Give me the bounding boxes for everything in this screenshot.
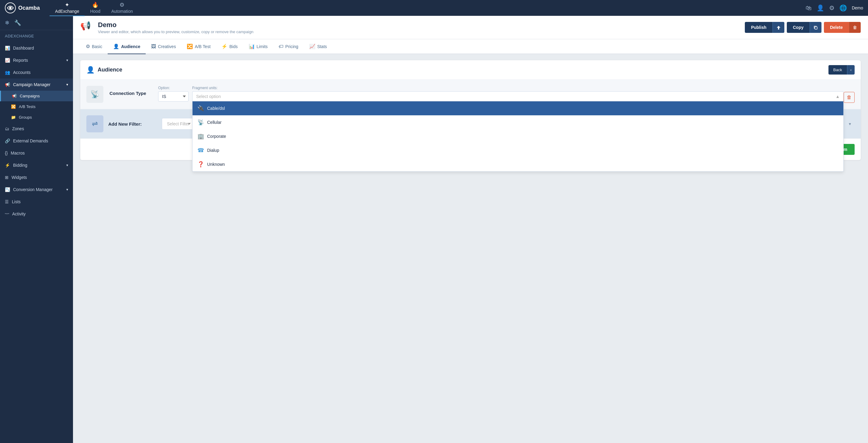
logo[interactable]: Ocamba <box>5 2 40 13</box>
sidebar-snowflake-icon[interactable]: ❄ <box>5 20 9 26</box>
unknown-icon: ❓ <box>197 161 204 168</box>
tab-stats[interactable]: 📈 Stats <box>304 39 333 54</box>
audience-card: 👤 Audience Back ‹ 📡 Connection Type <box>80 60 861 160</box>
filter-type-indicator: 📡 <box>86 86 103 103</box>
fragment-dropdown-trigger[interactable]: Select option ▲ <box>192 91 844 101</box>
page-header: 📢 Demo Viewer and editor, which allows y… <box>73 16 868 39</box>
option-select[interactable]: IS IS NOT <box>158 91 189 101</box>
tab-pricing[interactable]: 🏷 Pricing <box>273 39 304 54</box>
basic-tab-icon: ⚙ <box>86 43 90 49</box>
main-content: 👤 Audience Back ‹ 📡 Connection Type <box>73 54 868 443</box>
publish-button[interactable]: Publish <box>745 22 773 33</box>
bag-icon[interactable]: 🛍 <box>806 5 812 11</box>
sidebar-item-widgets[interactable]: ⊞ Widgets <box>0 171 73 183</box>
back-icon-button[interactable]: ‹ <box>847 65 855 75</box>
top-nav-links: ✦ AdExchange 🔥 Hood ⚙ Automation <box>50 0 806 16</box>
card-header: 👤 Audience Back ‹ <box>80 60 861 80</box>
globe-icon[interactable]: 🌐 <box>839 4 847 11</box>
campaigns-sub-icon: 📢 <box>12 94 17 98</box>
audience-card-title: Audience <box>98 67 122 73</box>
sidebar-item-zones[interactable]: 🗂 Zones <box>0 123 73 135</box>
widgets-icon: ⊞ <box>5 175 8 180</box>
cable-dsl-icon: 🔌 <box>197 105 204 112</box>
reports-icon: 📈 <box>5 58 10 63</box>
card-header-left: 👤 Audience <box>86 66 122 74</box>
sidebar-item-activity[interactable]: 〰 Activity <box>0 208 73 220</box>
tab-limits[interactable]: 📊 Limits <box>243 39 273 54</box>
sidebar-item-lists[interactable]: ☰ Lists <box>0 196 73 208</box>
page-title: Demo <box>98 21 253 29</box>
filter-label: Connection Type <box>110 86 158 96</box>
nav-automation[interactable]: ⚙ Automation <box>106 0 138 16</box>
add-filter-icon: ⇌ <box>92 120 98 128</box>
corporate-icon: 🏢 <box>197 133 204 140</box>
dropdown-item-cable-dsl[interactable]: 🔌 Cable/dsl <box>192 101 843 115</box>
cellular-icon: 📡 <box>197 119 204 126</box>
svg-point-1 <box>9 7 11 9</box>
automation-icon: ⚙ <box>120 2 124 8</box>
content-area: 📢 Demo Viewer and editor, which allows y… <box>73 16 868 443</box>
sidebar-item-external-demands[interactable]: 🔗 External Demands <box>0 135 73 147</box>
sidebar-sub-item-ab-tests[interactable]: 🔀 A/B Tests <box>0 101 73 112</box>
user-label: Demo <box>852 5 863 10</box>
delete-icon-button[interactable]: 🗑 <box>849 22 861 33</box>
copy-button[interactable]: Copy <box>787 22 810 33</box>
campaign-arrow-icon: ▾ <box>66 83 68 87</box>
fragment-placeholder: Select option <box>196 94 221 99</box>
reports-arrow-icon: ▾ <box>66 58 68 62</box>
bidding-icon: ⚡ <box>5 163 10 168</box>
dropdown-item-cellular[interactable]: 📡 Cellular <box>192 115 843 129</box>
bids-tab-icon: ⚡ <box>221 43 227 49</box>
sidebar-item-accounts[interactable]: 👥 Accounts <box>0 66 73 79</box>
adexchange-icon: ✦ <box>65 2 69 8</box>
sidebar-item-dashboard[interactable]: 📊 Dashboard <box>0 42 73 54</box>
add-filter-icon-box: ⇌ <box>86 115 103 132</box>
svg-rect-2 <box>815 27 817 29</box>
logo-text: Ocamba <box>18 5 40 11</box>
add-filter-arrow-icon: ▾ <box>849 121 851 126</box>
sidebar-item-reports[interactable]: 📈 Reports ▾ <box>0 54 73 66</box>
fragment-dropdown: Select option ▲ 🔌 Cable/dsl 📡 <box>192 91 844 101</box>
option-label: Option: <box>158 86 189 90</box>
conversion-arrow-icon: ▾ <box>66 187 68 192</box>
delete-button[interactable]: Delete <box>824 22 849 33</box>
tab-audience[interactable]: 👤 Audience <box>108 39 146 54</box>
dropdown-list: 🔌 Cable/dsl 📡 Cellular 🏢 <box>192 101 844 172</box>
settings-icon[interactable]: ⚙ <box>829 4 835 11</box>
sidebar-sub-item-campaigns[interactable]: 📢 Campaigns <box>0 91 73 101</box>
tab-basic[interactable]: ⚙ Basic <box>80 39 108 54</box>
sidebar-tools-icon[interactable]: 🔧 <box>14 20 21 26</box>
bidding-arrow-icon: ▾ <box>66 163 68 167</box>
nav-hood[interactable]: 🔥 Hood <box>85 0 105 16</box>
dropdown-item-corporate[interactable]: 🏢 Corporate <box>192 129 843 143</box>
activity-icon: 〰 <box>5 211 9 216</box>
dropdown-item-unknown[interactable]: ❓ Unknown <box>192 157 843 171</box>
publish-icon-button[interactable] <box>773 22 784 33</box>
sidebar-item-macros[interactable]: {} Macros <box>0 147 73 159</box>
user-profile-icon[interactable]: 👤 <box>816 4 824 11</box>
add-filter-select[interactable]: Select Filter <box>162 118 195 129</box>
campaign-icon: 📢 <box>5 82 10 87</box>
sidebar-sub-item-groups[interactable]: 📁 Groups <box>0 112 73 123</box>
filter-row: 📡 Connection Type Option: IS IS NOT Fr <box>80 80 861 109</box>
copy-icon-button[interactable] <box>810 22 822 33</box>
page-header-text: Demo Viewer and editor, which allows you… <box>98 21 253 34</box>
dashboard-icon: 📊 <box>5 46 10 51</box>
sidebar-item-campaign-manager[interactable]: 📢 Campaign Manager ▾ <box>0 79 73 91</box>
nav-adexchange[interactable]: ✦ AdExchange <box>50 0 85 16</box>
dropdown-arrow-up-icon: ▲ <box>835 94 840 99</box>
tab-ab-test[interactable]: 🔀 A/B Test <box>181 39 216 54</box>
back-button[interactable]: Back <box>829 65 847 75</box>
tab-bids[interactable]: ⚡ Bids <box>216 39 243 54</box>
audience-tab-icon: 👤 <box>113 43 119 49</box>
sidebar-item-conversion-manager[interactable]: 📉 Conversion Manager ▾ <box>0 183 73 196</box>
zones-icon: 🗂 <box>5 126 9 131</box>
sidebar-item-bidding[interactable]: ⚡ Bidding ▾ <box>0 159 73 171</box>
tab-creatives[interactable]: 🖼 Creatives <box>146 39 181 54</box>
fragment-label: Fragment units: <box>192 86 844 90</box>
lists-icon: ☰ <box>5 199 9 204</box>
creatives-tab-icon: 🖼 <box>151 44 156 49</box>
dropdown-item-dialup[interactable]: ☎ Dialup <box>192 143 843 157</box>
top-nav-right: 🛍 👤 ⚙ 🌐 Demo <box>806 4 863 11</box>
delete-filter-button[interactable]: 🗑 <box>844 92 855 103</box>
